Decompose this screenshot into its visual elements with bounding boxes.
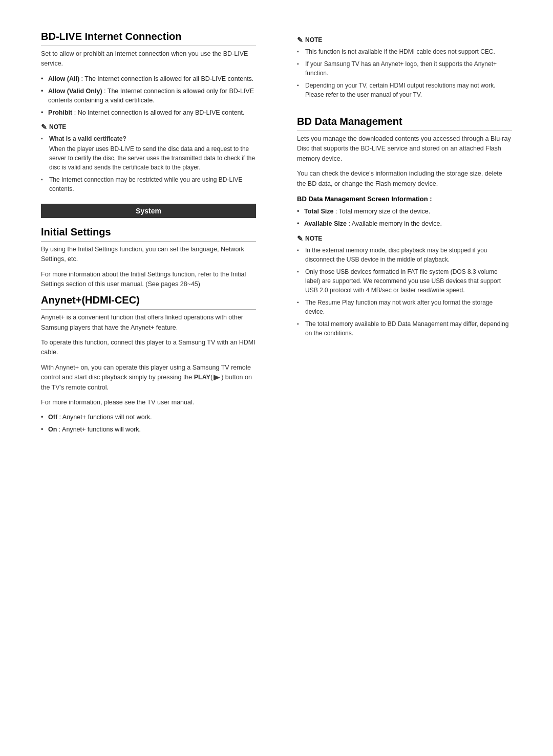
- pencil-icon: ✎: [297, 234, 303, 243]
- bdlive-note-box: ✎ NOTE What is a valid certificate? When…: [41, 123, 256, 193]
- bddata-title: BD Data Management: [297, 116, 512, 131]
- anynet-bullet-list: Off : Anynet+ functions will not work. O…: [41, 413, 256, 435]
- note-item: The Internet connection may be restricte…: [41, 175, 256, 193]
- list-item: Prohibit : No Internet connection is all…: [41, 108, 256, 118]
- list-item: Available Size : Available memory in the…: [297, 219, 512, 229]
- anynet-body-3: With Anynet+ on, you can operate this pl…: [41, 363, 256, 393]
- left-column: BD-LIVE Internet Connection Set to allow…: [41, 31, 266, 439]
- note-item: Only those USB devices formatted in FAT …: [297, 267, 512, 295]
- pencil-icon: ✎: [297, 36, 303, 44]
- note-item-text: This function is not available if the HD…: [305, 48, 495, 55]
- bullet-desc: : Available memory in the device.: [347, 220, 442, 227]
- note-item-text: Depending on your TV, certain HDMI outpu…: [305, 82, 496, 98]
- anynet-body3-bold: PLAY: [194, 374, 210, 381]
- play-icon-inline: (): [210, 373, 223, 382]
- bullet-term: Available Size: [304, 220, 347, 227]
- anynet-body-4: For more information, please see the TV …: [41, 398, 256, 407]
- bullet-term: Allow (Valid Only): [48, 88, 102, 95]
- bullet-desc: : Anynet+ functions will work.: [57, 426, 141, 433]
- initial-body-2: For more information about the Initial S…: [41, 270, 256, 290]
- bullet-desc: : Anynet+ functions will not work.: [57, 414, 152, 421]
- initial-settings-section: Initial Settings By using the Initial Se…: [41, 226, 256, 290]
- anynet-section: Anynet+(HDMI-CEC) Anynet+ is a convenien…: [41, 294, 256, 435]
- bddata-body-2: You can check the device's information i…: [297, 169, 512, 189]
- note-item: What is a valid certificate? When the pl…: [41, 134, 256, 172]
- bullet-term: Off: [48, 414, 57, 421]
- bddata-body-1: Lets you manage the downloaded contents …: [297, 134, 512, 164]
- note-item-text: The Resume Play function may not work af…: [305, 299, 493, 315]
- bdlive-section: BD-LIVE Internet Connection Set to allow…: [41, 31, 256, 193]
- bddata-note-label: ✎ NOTE: [297, 234, 512, 243]
- list-item: Allow (All) : The Internet connection is…: [41, 74, 256, 84]
- bddata-note-box: ✎ NOTE In the external memory mode, disc…: [297, 234, 512, 338]
- bdlive-intro: Set to allow or prohibit an Internet con…: [41, 49, 256, 69]
- bullet-desc: : The Internet connection is allowed for…: [79, 75, 253, 82]
- bullet-term: Allow (All): [48, 75, 79, 82]
- note-item: In the external memory mode, disc playba…: [297, 246, 512, 264]
- bddata-screen-title: BD Data Management Screen Information :: [297, 195, 512, 203]
- note-item-text: When the player uses BD-LIVE to send the…: [49, 144, 256, 172]
- right-note-box-top: ✎ NOTE This function is not available if…: [297, 36, 512, 99]
- bdlive-note-label: ✎ NOTE: [41, 123, 256, 131]
- list-item: Off : Anynet+ functions will not work.: [41, 413, 256, 422]
- bddata-section: BD Data Management Lets you manage the d…: [297, 116, 512, 338]
- pencil-icon: ✎: [41, 123, 47, 131]
- bullet-term: Total Size: [304, 208, 333, 215]
- note-item: The Resume Play function may not work af…: [297, 298, 512, 316]
- list-item: On : Anynet+ functions will work.: [41, 425, 256, 435]
- list-item: Allow (Valid Only) : The Internet connec…: [41, 87, 256, 106]
- initial-settings-title: Initial Settings: [41, 226, 256, 242]
- right-note-items-top: This function is not available if the HD…: [297, 47, 512, 99]
- note-item-text: Only those USB devices formatted in FAT …: [305, 268, 501, 294]
- note-item-bold: What is a valid certificate?: [49, 135, 126, 142]
- bdlive-bullet-list: Allow (All) : The Internet connection is…: [41, 74, 256, 118]
- list-item: Total Size : Total memory size of the de…: [297, 207, 512, 217]
- bullet-term: Prohibit: [48, 109, 72, 116]
- anynet-body-2: To operate this function, connect this p…: [41, 338, 256, 358]
- anynet-title: Anynet+(HDMI-CEC): [41, 294, 256, 310]
- play-icon: [214, 375, 220, 380]
- two-column-layout: BD-LIVE Internet Connection Set to allow…: [41, 31, 512, 439]
- note-item-text: The Internet connection may be restricte…: [49, 176, 243, 192]
- bullet-desc: : No Internet connection is allowed for …: [72, 109, 244, 116]
- right-column: ✎ NOTE This function is not available if…: [287, 31, 512, 439]
- note-item-text: In the external memory mode, disc playba…: [305, 247, 487, 263]
- bddata-bullet-list: Total Size : Total memory size of the de…: [297, 207, 512, 229]
- note-item-text: If your Samsung TV has an Anynet+ logo, …: [305, 60, 497, 77]
- system-banner: System: [41, 204, 256, 218]
- right-note-label-top: ✎ NOTE: [297, 36, 512, 44]
- bddata-note-items: In the external memory mode, disc playba…: [297, 246, 512, 338]
- note-item-text: The total memory available to BD Data Ma…: [305, 320, 508, 337]
- note-item: The total memory available to BD Data Ma…: [297, 319, 512, 338]
- anynet-body-1: Anynet+ is a convenient function that of…: [41, 313, 256, 333]
- note-item: This function is not available if the HD…: [297, 47, 512, 56]
- note-item: If your Samsung TV has an Anynet+ logo, …: [297, 59, 512, 78]
- note-item: Depending on your TV, certain HDMI outpu…: [297, 81, 512, 99]
- bullet-term: On: [48, 426, 57, 433]
- bdlive-title: BD-LIVE Internet Connection: [41, 31, 256, 46]
- initial-body-1: By using the Initial Settings function, …: [41, 245, 256, 265]
- page-container: BD-LIVE Internet Connection Set to allow…: [0, 0, 553, 756]
- bdlive-note-items: What is a valid certificate? When the pl…: [41, 134, 256, 193]
- bullet-desc: : Total memory size of the device.: [333, 208, 430, 215]
